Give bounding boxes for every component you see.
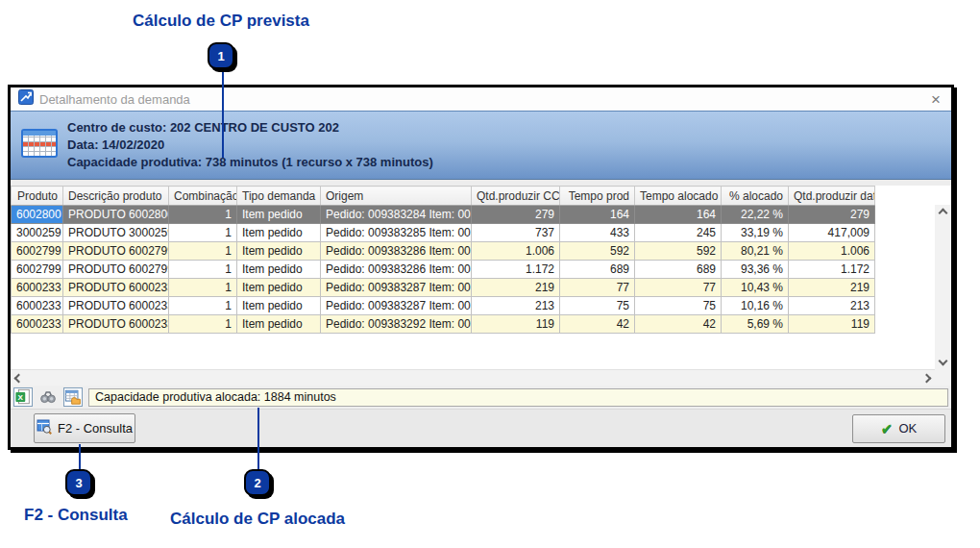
table-cell[interactable]: 6000233 [12, 279, 63, 297]
horizontal-scrollbar[interactable] [11, 369, 935, 386]
table-cell[interactable]: PRODUTO 6002800 [63, 206, 169, 224]
column-header[interactable]: Tempo prod [560, 187, 635, 206]
table-row[interactable]: 6000233PRODUTO 60002331Item pedidoPedido… [12, 315, 875, 334]
table-cell[interactable]: 77 [635, 279, 722, 297]
table-cell[interactable]: 213 [472, 297, 560, 315]
table-cell[interactable]: 42 [560, 315, 635, 334]
table-row[interactable]: 3000259PRODUTO 30002591Item pedidoPedido… [12, 224, 875, 242]
table-cell[interactable]: 592 [560, 242, 635, 261]
table-cell[interactable]: Item pedido [237, 261, 321, 279]
table-cell[interactable]: Item pedido [237, 206, 321, 224]
column-header[interactable]: Origem [321, 187, 472, 206]
table-cell[interactable]: Item pedido [237, 224, 321, 242]
table-cell[interactable]: 1.172 [472, 261, 560, 279]
table-cell[interactable]: 1 [169, 206, 237, 224]
column-header[interactable]: Tempo alocado [635, 187, 722, 206]
scroll-down-icon[interactable] [939, 357, 948, 366]
vertical-scrollbar-track[interactable] [935, 205, 951, 369]
table-cell[interactable]: PRODUTO 6000233 [63, 297, 169, 315]
table-cell[interactable]: 10,43 % [722, 279, 789, 297]
table-cell[interactable]: Item pedido [237, 297, 321, 315]
table-cell[interactable]: 6002800 [12, 206, 63, 224]
table-row[interactable]: 6002800PRODUTO 60028001Item pedidoPedido… [12, 206, 875, 224]
table-cell[interactable]: PRODUTO 6000233 [63, 279, 169, 297]
column-header[interactable]: Combinação [169, 187, 237, 206]
table-cell[interactable]: 6000233 [12, 315, 63, 334]
table-cell[interactable]: Pedido: 009383284 Item: 001 [321, 206, 472, 224]
table-cell[interactable]: 219 [789, 279, 875, 297]
table-cell[interactable]: 164 [560, 206, 635, 224]
table-cell[interactable]: 245 [635, 224, 722, 242]
column-header[interactable]: % alocado [722, 187, 789, 206]
table-cell[interactable]: 279 [472, 206, 560, 224]
table-cell[interactable]: 279 [789, 206, 875, 224]
table-cell[interactable]: 1.006 [789, 242, 875, 261]
title-bar[interactable]: Detalhamento da demanda × [11, 87, 951, 111]
column-header[interactable]: Qtd.produzir data [789, 187, 875, 206]
table-cell[interactable]: 3000259 [12, 224, 63, 242]
table-cell[interactable]: 1 [169, 242, 237, 261]
table-cell[interactable]: 737 [472, 224, 560, 242]
table-cell[interactable]: 1.172 [789, 261, 875, 279]
table-cell[interactable]: Pedido: 009383286 Item: 003 [321, 261, 472, 279]
table-cell[interactable]: Item pedido [237, 242, 321, 261]
table-row[interactable]: 6000233PRODUTO 60002331Item pedidoPedido… [12, 297, 875, 315]
table-cell[interactable]: 689 [635, 261, 722, 279]
scroll-right-icon[interactable] [922, 373, 932, 383]
table-cell[interactable]: Pedido: 009383285 Item: 001 [321, 224, 472, 242]
table-row[interactable]: 6000233PRODUTO 60002331Item pedidoPedido… [12, 279, 875, 297]
table-cell[interactable]: 93,36 % [722, 261, 789, 279]
table-cell[interactable]: PRODUTO 6002799 [63, 242, 169, 261]
table-cell[interactable]: 1 [169, 261, 237, 279]
table-cell[interactable]: 1 [169, 224, 237, 242]
table-cell[interactable]: 1 [169, 315, 237, 334]
table-cell[interactable]: Pedido: 009383287 Item: 002 [321, 297, 472, 315]
table-cell[interactable]: 80,21 % [722, 242, 789, 261]
table-cell[interactable]: PRODUTO 3000259 [63, 224, 169, 242]
table-cell[interactable]: 6000233 [12, 297, 63, 315]
excel-export-icon[interactable]: X [13, 387, 33, 407]
table-cell[interactable]: 77 [560, 279, 635, 297]
table-cell[interactable]: 6002799 [12, 261, 63, 279]
column-header[interactable]: Tipo demanda [237, 187, 321, 206]
table-cell[interactable]: 75 [635, 297, 722, 315]
table-cell[interactable]: 33,19 % [722, 224, 789, 242]
table-cell[interactable]: 119 [472, 315, 560, 334]
table-cell[interactable]: 1 [169, 297, 237, 315]
table-cell[interactable]: 592 [635, 242, 722, 261]
scroll-up-icon[interactable] [939, 209, 948, 218]
table-cell[interactable]: 75 [560, 297, 635, 315]
vertical-scrollbar[interactable] [935, 186, 951, 386]
column-header[interactable]: Descrição produto [63, 187, 169, 206]
binoculars-icon[interactable] [38, 387, 58, 407]
table-row[interactable]: 6002799PRODUTO 60027991Item pedidoPedido… [12, 261, 875, 279]
table-export-icon[interactable] [63, 387, 83, 407]
table-cell[interactable]: 689 [560, 261, 635, 279]
table-cell[interactable]: 10,16 % [722, 297, 789, 315]
close-icon[interactable]: × [928, 91, 943, 108]
f2-consulta-button[interactable]: F2 - Consulta [34, 413, 135, 443]
table-cell[interactable]: 213 [789, 297, 875, 315]
table-cell[interactable]: 6002799 [12, 242, 63, 261]
table-cell[interactable]: Pedido: 009383286 Item: 001 [321, 242, 472, 261]
table-cell[interactable]: 1.006 [472, 242, 560, 261]
table-cell[interactable]: 22,22 % [722, 206, 789, 224]
table-cell[interactable]: 1 [169, 279, 237, 297]
scroll-left-icon[interactable] [14, 373, 24, 383]
ok-button[interactable]: ✔ OK [852, 414, 945, 443]
table-cell[interactable]: PRODUTO 6000233 [63, 315, 169, 334]
table-cell[interactable]: 219 [472, 279, 560, 297]
table-cell[interactable]: 119 [789, 315, 875, 334]
table-cell[interactable]: 164 [635, 206, 722, 224]
table-cell[interactable]: Item pedido [237, 315, 321, 334]
table-cell[interactable]: 42 [635, 315, 722, 334]
table-cell[interactable]: Pedido: 009383292 Item: 003 [321, 315, 472, 334]
column-header[interactable]: Qtd.produzir CC [472, 187, 560, 206]
column-header[interactable]: Produto [12, 187, 63, 206]
table-cell[interactable]: PRODUTO 6002799 [63, 261, 169, 279]
table-cell[interactable]: 417,009 [789, 224, 875, 242]
table-cell[interactable]: 433 [560, 224, 635, 242]
table-cell[interactable]: 5,69 % [722, 315, 789, 334]
table-cell[interactable]: Pedido: 009383287 Item: 001 [321, 279, 472, 297]
table-cell[interactable]: Item pedido [237, 279, 321, 297]
